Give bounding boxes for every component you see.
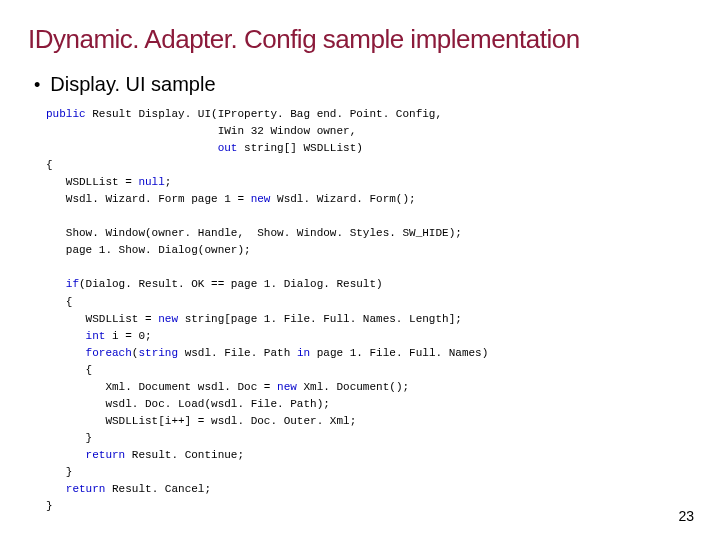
code-text: IWin 32 Window owner, — [46, 125, 356, 137]
code-block: public Result Display. UI(IProperty. Bag… — [46, 106, 692, 515]
code-text: page 1. File. Full. Names) — [310, 347, 488, 359]
code-text: } — [46, 466, 72, 478]
code-text: Result. Cancel; — [105, 483, 211, 495]
code-text: { — [46, 364, 92, 376]
code-text: } — [46, 500, 53, 512]
code-text — [46, 347, 86, 359]
code-text — [46, 330, 86, 342]
kw-foreach: foreach — [86, 347, 132, 359]
kw-int: int — [86, 330, 106, 342]
kw-in: in — [297, 347, 310, 359]
bullet-text: Display. UI sample — [50, 73, 215, 96]
kw-public: public — [46, 108, 86, 120]
kw-new: new — [158, 313, 178, 325]
code-text: WSDLList = — [46, 176, 138, 188]
code-text — [46, 449, 86, 461]
code-text: page 1. Show. Dialog(owner); — [46, 244, 251, 256]
bullet-icon: • — [34, 76, 40, 94]
code-blank — [46, 210, 53, 222]
code-text: Show. Window(owner. Handle, Show. Window… — [46, 227, 462, 239]
kw-out: out — [218, 142, 238, 154]
bullet-item: • Display. UI sample — [34, 73, 692, 96]
code-text: string[] WSDLList) — [237, 142, 362, 154]
code-text: Wsdl. Wizard. Form page 1 = — [46, 193, 251, 205]
kw-return: return — [86, 449, 126, 461]
code-blank — [46, 261, 53, 273]
slide-title: IDynamic. Adapter. Config sample impleme… — [28, 24, 692, 55]
kw-if: if — [66, 278, 79, 290]
page-number: 23 — [678, 508, 694, 524]
code-text: Result Display. UI(IProperty. Bag end. P… — [86, 108, 442, 120]
code-text: WSDLList[i++] = wsdl. Doc. Outer. Xml; — [46, 415, 356, 427]
code-text — [46, 142, 218, 154]
code-text: Wsdl. Wizard. Form(); — [270, 193, 415, 205]
kw-new: new — [277, 381, 297, 393]
kw-return: return — [66, 483, 106, 495]
code-text: Xml. Document(); — [297, 381, 409, 393]
slide: IDynamic. Adapter. Config sample impleme… — [0, 0, 720, 540]
code-text: { — [46, 159, 53, 171]
code-text: WSDLList = — [46, 313, 158, 325]
code-text: { — [46, 296, 72, 308]
kw-new: new — [251, 193, 271, 205]
kw-null: null — [138, 176, 164, 188]
code-text — [46, 483, 66, 495]
code-text: Result. Continue; — [125, 449, 244, 461]
code-text: ; — [165, 176, 172, 188]
code-text: (Dialog. Result. OK == page 1. Dialog. R… — [79, 278, 383, 290]
code-text: } — [46, 432, 92, 444]
kw-string: string — [138, 347, 178, 359]
code-text: wsdl. Doc. Load(wsdl. File. Path); — [46, 398, 330, 410]
code-text: string[page 1. File. Full. Names. Length… — [178, 313, 462, 325]
code-text: wsdl. File. Path — [178, 347, 297, 359]
code-text — [46, 278, 66, 290]
code-text: i = 0; — [105, 330, 151, 342]
code-text: Xml. Document wsdl. Doc = — [46, 381, 277, 393]
